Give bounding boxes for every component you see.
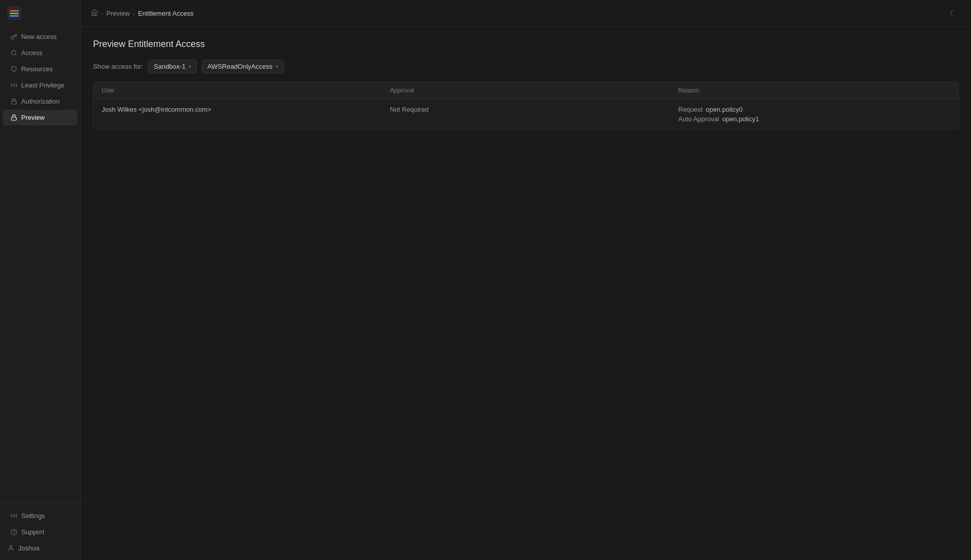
user-profile[interactable]: Joshua — [0, 540, 80, 556]
breadcrumb: › Preview › Entitlement Access — [91, 9, 194, 18]
sidebar-item-access[interactable]: Access — [3, 45, 77, 61]
filter-label: Show access for: — [93, 63, 143, 70]
reason-line-0: Request open.policy0 — [678, 106, 759, 113]
topbar: › Preview › Entitlement Access ☾ — [81, 0, 971, 27]
sidebar-item-preview[interactable]: Preview — [3, 110, 77, 125]
col-header-user: User — [94, 82, 382, 99]
cell-user: Josh Wilkes <josh@intcommon.com> — [94, 100, 382, 129]
sidebar-item-authorization-label: Authorization — [21, 98, 60, 105]
table-row: Josh Wilkes <josh@intcommon.com> Not Req… — [94, 100, 958, 129]
access-table: User Approval Reason Josh Wilkes <josh@i… — [93, 81, 959, 129]
home-icon[interactable] — [91, 9, 98, 18]
sidebar-item-resources[interactable]: Resources — [3, 61, 77, 77]
settings-icon — [10, 512, 17, 520]
env-dropdown-chevron-icon: ▾ — [189, 64, 191, 69]
svg-point-1 — [13, 84, 14, 86]
reason-value-1: open.policy1 — [722, 115, 759, 123]
access-icon — [10, 50, 17, 57]
logo-area — [0, 0, 80, 26]
svg-point-4 — [13, 515, 14, 517]
svg-rect-3 — [11, 117, 16, 120]
sidebar-bottom: Settings Support Joshua — [0, 503, 80, 560]
app-logo — [7, 6, 21, 20]
key-icon — [10, 33, 17, 40]
topbar-right: ☾ — [945, 5, 961, 21]
col-header-approval: Approval — [382, 82, 670, 99]
theme-toggle-button[interactable]: ☾ — [945, 5, 961, 21]
reason-line-1: Auto Approval open.policy1 — [678, 115, 759, 123]
preview-icon — [10, 114, 17, 121]
sidebar: New access Access Resources — [0, 0, 81, 560]
user-icon — [7, 545, 14, 552]
svg-rect-2 — [11, 101, 16, 104]
page-content: Preview Entitlement Access Show access f… — [81, 27, 971, 560]
svg-point-7 — [10, 546, 12, 548]
sidebar-item-settings[interactable]: Settings — [3, 508, 77, 524]
role-dropdown-chevron-icon: ▾ — [276, 64, 278, 69]
breadcrumb-preview[interactable]: Preview — [106, 10, 129, 17]
sidebar-item-least-privilege[interactable]: Least Privilege — [3, 77, 77, 93]
table-header: User Approval Reason — [94, 82, 958, 100]
col-header-reason: Reason — [670, 82, 958, 99]
least-privilege-icon — [10, 82, 17, 89]
sidebar-item-new-access-label: New access — [21, 33, 57, 40]
reason-value-0: open.policy0 — [705, 106, 742, 113]
cell-reason: Request open.policy0 Auto Approval open.… — [670, 100, 958, 129]
breadcrumb-sep-2: › — [133, 10, 135, 17]
reason-content: Request open.policy0 Auto Approval open.… — [678, 106, 759, 123]
role-dropdown[interactable]: AWSReadOnlyAccess ▾ — [202, 60, 284, 73]
support-icon — [10, 529, 17, 536]
env-dropdown-value: Sandbox-1 — [154, 63, 186, 70]
main-content: › Preview › Entitlement Access ☾ Preview… — [81, 0, 971, 560]
filter-row: Show access for: Sandbox-1 ▾ AWSReadOnly… — [93, 60, 959, 73]
svg-point-0 — [11, 51, 16, 55]
role-dropdown-value: AWSReadOnlyAccess — [207, 63, 273, 70]
sidebar-item-least-privilege-label: Least Privilege — [21, 81, 64, 89]
reason-label-1: Auto Approval — [678, 115, 719, 123]
sidebar-item-preview-label: Preview — [21, 114, 45, 121]
sidebar-item-authorization[interactable]: Authorization — [3, 94, 77, 109]
authorization-icon — [10, 98, 17, 105]
sidebar-item-settings-label: Settings — [21, 512, 45, 520]
env-dropdown[interactable]: Sandbox-1 ▾ — [148, 60, 197, 73]
sidebar-item-support[interactable]: Support — [3, 524, 77, 540]
user-name: Joshua — [18, 544, 39, 552]
breadcrumb-current: Entitlement Access — [138, 10, 194, 17]
sidebar-item-new-access[interactable]: New access — [3, 29, 77, 44]
breadcrumb-sep-1: › — [101, 10, 103, 17]
sidebar-item-support-label: Support — [21, 528, 45, 536]
sidebar-nav: New access Access Resources — [0, 26, 80, 503]
sidebar-item-resources-label: Resources — [21, 65, 53, 73]
resources-icon — [10, 66, 17, 73]
page-title: Preview Entitlement Access — [93, 39, 959, 50]
cell-approval: Not Required — [382, 100, 670, 129]
reason-label-0: Request — [678, 106, 702, 113]
sidebar-item-access-label: Access — [21, 49, 42, 57]
